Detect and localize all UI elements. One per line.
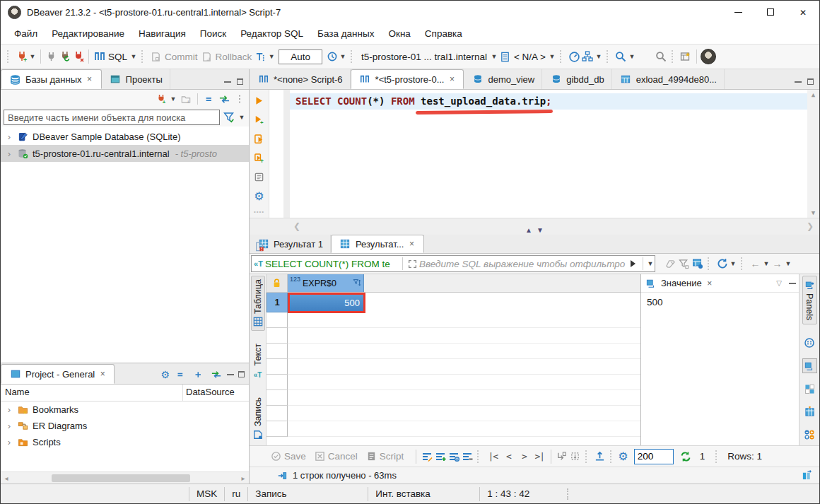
gear-icon[interactable]: ⚙ bbox=[160, 369, 170, 380]
collapse-all-icon[interactable] bbox=[174, 368, 187, 381]
execute-script-new-icon[interactable]: + bbox=[252, 151, 266, 165]
refresh-icon[interactable] bbox=[715, 257, 729, 271]
maximize-panel-icon[interactable] bbox=[807, 78, 814, 85]
reconnect-icon[interactable] bbox=[58, 50, 71, 64]
sash-up-icon[interactable]: ▲ bbox=[525, 226, 532, 234]
value-panel-tab-label[interactable]: Значение bbox=[661, 278, 702, 288]
maximize-panel-icon[interactable] bbox=[237, 78, 243, 85]
sql-editor[interactable]: + + ⚙ •••• bbox=[250, 90, 819, 218]
panels-tab[interactable]: Panels bbox=[802, 276, 817, 324]
tab-databases[interactable]: Базы данных bbox=[1, 69, 102, 89]
result-settings-gear-icon[interactable]: ⚙ bbox=[618, 450, 628, 463]
menu-database[interactable]: База данных bbox=[311, 25, 380, 42]
tab-projects[interactable]: Проекты bbox=[102, 69, 170, 89]
grid-corner-cell[interactable] bbox=[266, 274, 288, 292]
project-row-bookmarks[interactable]: Bookmarks bbox=[1, 402, 249, 418]
close-icon[interactable] bbox=[705, 279, 714, 288]
fetch-size-input[interactable] bbox=[634, 449, 674, 464]
refetch-icon[interactable] bbox=[679, 450, 693, 463]
perspective-icon[interactable] bbox=[679, 50, 693, 64]
value-menu-dropdown[interactable]: ▽ bbox=[776, 279, 782, 287]
delete-row-icon[interactable] bbox=[460, 450, 474, 463]
database-doc-icon[interactable] bbox=[498, 50, 512, 64]
editor-hscrollbar[interactable]: ❮ ❯ ▲▼ bbox=[250, 218, 819, 235]
dashboard-icon[interactable] bbox=[568, 50, 581, 64]
view-menu-icon[interactable] bbox=[233, 93, 246, 106]
aggregate-panel-icon[interactable] bbox=[803, 428, 816, 441]
expander-icon[interactable] bbox=[5, 421, 13, 431]
menu-window[interactable]: Окна bbox=[382, 25, 416, 42]
menu-edit[interactable]: Редактирование bbox=[45, 25, 131, 42]
explain-plan-icon[interactable] bbox=[252, 170, 266, 184]
transaction-mode-icon[interactable] bbox=[254, 50, 267, 64]
grouping-panel-icon[interactable] bbox=[803, 336, 816, 349]
scroll-right-icon[interactable]: ❯ bbox=[807, 221, 814, 231]
filter-dropdown[interactable] bbox=[238, 114, 246, 121]
column-datasource-header[interactable]: DataSource bbox=[183, 385, 235, 401]
link-with-editor-icon[interactable] bbox=[209, 368, 223, 381]
refresh-dropdown[interactable] bbox=[729, 260, 737, 267]
tab-result-2-active[interactable]: Результат... bbox=[331, 235, 424, 253]
expander-icon[interactable] bbox=[5, 148, 13, 159]
value-cell-selected[interactable]: 500 bbox=[288, 293, 364, 312]
scroll-down-icon[interactable]: ▼ bbox=[812, 209, 815, 216]
expand-filter-icon[interactable] bbox=[406, 257, 419, 271]
editor-vscrollbar[interactable]: ▲▼ bbox=[807, 90, 819, 218]
menu-file[interactable]: Файл bbox=[8, 25, 44, 42]
sash-control[interactable]: ▲▼ bbox=[525, 226, 544, 234]
menu-navigation[interactable]: Навигация bbox=[132, 25, 192, 42]
tab-script-7-active[interactable]: *<t5-prostore-0... bbox=[351, 69, 464, 89]
network-icon[interactable] bbox=[581, 50, 594, 64]
toggle-panel-icon[interactable] bbox=[800, 469, 814, 482]
network-dropdown[interactable] bbox=[594, 53, 603, 60]
last-row-button[interactable]: >| bbox=[532, 451, 547, 462]
tab-script-6[interactable]: *<none> Script-6 bbox=[250, 69, 351, 89]
menu-help[interactable]: Справка bbox=[418, 25, 469, 42]
search-dropdown[interactable] bbox=[628, 53, 636, 60]
object-search-input[interactable] bbox=[4, 110, 220, 125]
close-icon[interactable] bbox=[98, 369, 107, 379]
disconnect-icon[interactable] bbox=[71, 50, 85, 64]
project-hscrollbar[interactable]: ◂ ▸ bbox=[1, 471, 249, 484]
minimize-button[interactable] bbox=[722, 1, 754, 23]
transaction-auto-box[interactable]: Auto bbox=[279, 49, 322, 64]
menu-sql-editor[interactable]: Редактор SQL bbox=[234, 25, 310, 42]
value-panel-content[interactable]: 500 bbox=[641, 293, 799, 307]
presentation-tab-grid[interactable]: Таблица bbox=[251, 276, 265, 331]
connect-icon[interactable] bbox=[45, 50, 58, 64]
search-gray-icon[interactable] bbox=[655, 50, 668, 64]
duplicate-row-icon[interactable] bbox=[447, 450, 460, 463]
scroll-left-icon[interactable]: ❮ bbox=[293, 221, 300, 231]
tab-project-general[interactable]: Project - General bbox=[1, 364, 115, 384]
presentation-tab-text[interactable]: Текст «T bbox=[250, 341, 265, 384]
sql-editor-label[interactable]: SQL bbox=[108, 52, 127, 62]
execute-statement-icon[interactable] bbox=[252, 94, 266, 107]
edit-cell-icon[interactable] bbox=[420, 450, 433, 463]
close-icon[interactable] bbox=[408, 239, 416, 249]
scroll-left-icon[interactable]: ◂ bbox=[1, 474, 12, 482]
tab-gibdd-db[interactable]: gibdd_db bbox=[542, 69, 612, 89]
row-number-cell[interactable]: 1 bbox=[266, 293, 288, 312]
active-schema-selector[interactable]: < N/A > bbox=[514, 52, 546, 62]
nav-back-dropdown[interactable] bbox=[762, 260, 771, 267]
execute-new-tab-icon[interactable]: + bbox=[252, 113, 266, 127]
scroll-thumb[interactable] bbox=[52, 474, 190, 482]
tree-row-t5-prostore[interactable]: t5-prostore-01.ru-central1.internal - t5… bbox=[1, 145, 249, 162]
close-button[interactable] bbox=[787, 1, 819, 23]
connection-dropdown[interactable] bbox=[490, 53, 498, 60]
metadata-panel-icon[interactable] bbox=[803, 382, 816, 396]
filters-menu-icon[interactable] bbox=[677, 257, 691, 271]
sql-editor-icon[interactable] bbox=[93, 50, 106, 64]
value-viewer-panel-icon[interactable] bbox=[802, 358, 817, 373]
minimize-panel-icon[interactable] bbox=[227, 373, 234, 375]
project-row-scripts[interactable]: Scripts bbox=[1, 434, 249, 450]
new-connection-dropdown[interactable] bbox=[28, 53, 37, 60]
fetch-all-icon[interactable] bbox=[568, 450, 582, 463]
scroll-up-icon[interactable]: ▲ bbox=[812, 91, 815, 98]
filter-check-icon[interactable] bbox=[222, 111, 235, 124]
close-icon[interactable] bbox=[447, 74, 456, 84]
filter-history-dropdown[interactable] bbox=[646, 260, 655, 267]
result-grid[interactable]: 123 EXPR$0 1 500 bbox=[266, 274, 640, 445]
column-header-expr0[interactable]: 123 EXPR$0 bbox=[288, 274, 364, 292]
collapse-all-icon[interactable] bbox=[203, 93, 216, 106]
